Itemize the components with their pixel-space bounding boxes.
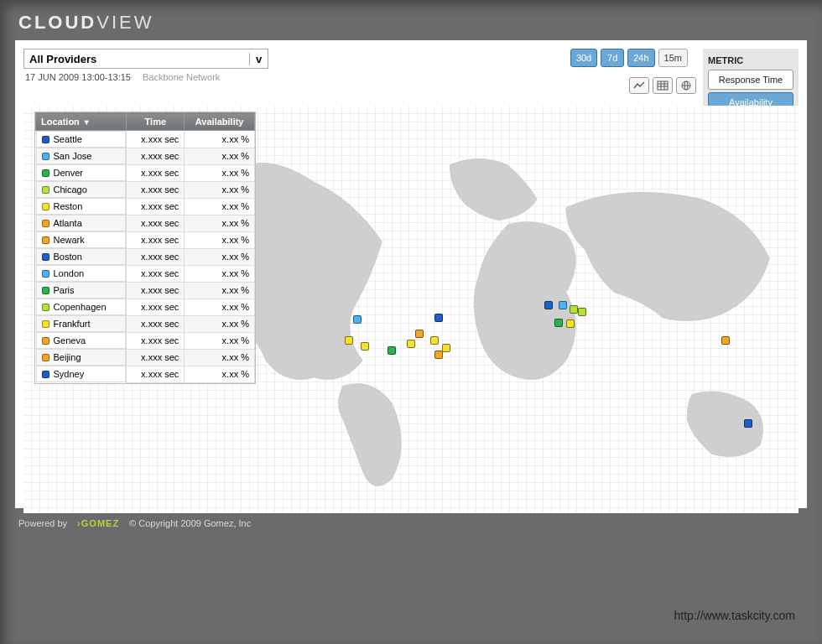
map-marker[interactable] <box>559 301 567 309</box>
time-cell: x.xxx sec <box>127 265 185 282</box>
time-cell: x.xxx sec <box>127 248 185 265</box>
map-marker[interactable] <box>544 301 553 309</box>
color-swatch <box>42 153 49 160</box>
location-name: Denver <box>54 168 83 178</box>
table-row[interactable]: Frankfurtx.xxx secx.xx % <box>36 315 255 332</box>
powered-by-label: Powered by <box>18 518 67 528</box>
gomez-logo: ›GOMEZ <box>77 518 119 528</box>
time-cell: x.xxx sec <box>127 164 185 181</box>
color-swatch <box>42 136 49 143</box>
location-name: London <box>54 268 85 278</box>
avail-cell: x.xx % <box>185 248 255 265</box>
time-cell: x.xxx sec <box>127 299 185 315</box>
map-marker[interactable] <box>388 346 396 355</box>
location-name: Reston <box>54 201 83 211</box>
app-logo: CLOUDVIEW <box>18 12 804 34</box>
time-range-15m[interactable]: 15m <box>658 49 688 67</box>
table-row[interactable]: Chicagox.xxx secx.xx % <box>36 181 255 198</box>
location-name: Seattle <box>54 134 82 144</box>
map-marker[interactable] <box>566 319 575 328</box>
map-marker[interactable] <box>570 305 578 314</box>
table-row[interactable]: Copenhagenx.xxx secx.xx % <box>36 299 255 315</box>
color-swatch <box>42 220 49 227</box>
color-swatch <box>42 169 49 177</box>
color-swatch <box>42 270 49 278</box>
color-swatch <box>42 320 49 328</box>
time-cell: x.xxx sec <box>127 332 185 349</box>
location-name: Copenhagen <box>54 302 107 312</box>
map-marker[interactable] <box>578 308 586 316</box>
col-time[interactable]: Time <box>127 113 185 131</box>
location-name: Chicago <box>54 184 87 195</box>
avail-cell: x.xx % <box>185 299 255 315</box>
table-row[interactable]: Newarkx.xxx secx.xx % <box>36 231 255 248</box>
svg-rect-0 <box>658 81 668 90</box>
chart-icon[interactable] <box>629 77 649 94</box>
locations-table: Location▼ Time Availability Seattlex.xxx… <box>35 112 255 383</box>
provider-dropdown[interactable]: All Providers v <box>23 49 268 69</box>
time-cell: x.xxx sec <box>127 282 185 299</box>
time-range-24h[interactable]: 24h <box>627 49 654 67</box>
table-row[interactable]: Restonx.xxx secx.xx % <box>36 198 255 215</box>
table-row[interactable]: Beijingx.xxx secx.xx % <box>36 349 255 366</box>
location-name: Frankfurt <box>54 319 91 329</box>
color-swatch <box>42 186 49 194</box>
table-row[interactable]: Bostonx.xxx secx.xx % <box>36 248 255 265</box>
location-name: Newark <box>54 235 85 245</box>
location-name: Atlanta <box>54 218 82 228</box>
table-row[interactable]: Atlantax.xxx secx.xx % <box>36 215 255 231</box>
view-mode-group <box>629 77 696 94</box>
map-marker[interactable] <box>345 336 353 345</box>
map-marker[interactable] <box>442 344 450 352</box>
color-swatch <box>42 236 49 244</box>
time-cell: x.xxx sec <box>127 148 185 164</box>
location-name: San Jose <box>54 151 92 161</box>
location-name: Paris <box>54 285 75 295</box>
grid-icon[interactable] <box>653 77 673 94</box>
table-row[interactable]: Sydneyx.xxx secx.xx % <box>36 366 255 382</box>
table-row[interactable]: Genevax.xxx secx.xx % <box>36 332 255 349</box>
avail-cell: x.xx % <box>185 366 255 382</box>
time-range-30d[interactable]: 30d <box>570 49 597 67</box>
table-row[interactable]: Londonx.xxx secx.xx % <box>36 265 255 282</box>
map-marker[interactable] <box>353 315 362 324</box>
location-name: Boston <box>54 252 82 262</box>
table-row[interactable]: Denverx.xxx secx.xx % <box>36 164 255 181</box>
map-marker[interactable] <box>407 340 415 348</box>
map-marker[interactable] <box>430 336 439 345</box>
avail-cell: x.xx % <box>185 349 255 366</box>
avail-cell: x.xx % <box>185 148 255 164</box>
copyright: © Copyright 2009 Gomez, Inc <box>129 518 251 528</box>
color-swatch <box>42 203 49 210</box>
sidebar-btn-response-time[interactable]: Response Time <box>708 70 793 90</box>
world-map[interactable]: Location▼ Time Availability Seattlex.xxx… <box>23 106 799 513</box>
col-location[interactable]: Location▼ <box>36 113 127 131</box>
location-name: Geneva <box>54 335 86 345</box>
map-marker[interactable] <box>415 330 424 338</box>
main-area: Location▼ Time Availability Seattlex.xxx… <box>23 106 799 513</box>
logo-light: VIEW <box>96 12 153 33</box>
map-marker[interactable] <box>434 314 443 322</box>
color-swatch <box>42 354 49 361</box>
app-header: CLOUDVIEW <box>0 0 822 40</box>
table-row[interactable]: San Josex.xxx secx.xx % <box>36 148 255 164</box>
map-marker[interactable] <box>721 336 730 345</box>
color-swatch <box>42 287 49 294</box>
table-row[interactable]: Seattlex.xxx secx.xx % <box>36 131 255 148</box>
map-marker[interactable] <box>361 342 369 351</box>
time-cell: x.xxx sec <box>127 315 185 332</box>
content-area: All Providers v 30d7d24h15m 17 JUN 2009 … <box>15 40 807 508</box>
col-availability[interactable]: Availability <box>185 113 255 131</box>
time-cell: x.xxx sec <box>127 131 185 148</box>
map-marker[interactable] <box>744 419 752 428</box>
sort-desc-icon: ▼ <box>83 118 91 127</box>
chevron-down-icon: v <box>249 53 263 65</box>
map-marker[interactable] <box>434 351 443 359</box>
avail-cell: x.xx % <box>185 231 255 248</box>
map-marker[interactable] <box>554 319 563 327</box>
time-range-7d[interactable]: 7d <box>601 49 624 67</box>
table-row[interactable]: Parisx.xxx secx.xx % <box>36 282 255 299</box>
globe-icon[interactable] <box>676 77 696 94</box>
location-name: Sydney <box>54 369 85 379</box>
network-label: Backbone Network <box>143 72 220 82</box>
